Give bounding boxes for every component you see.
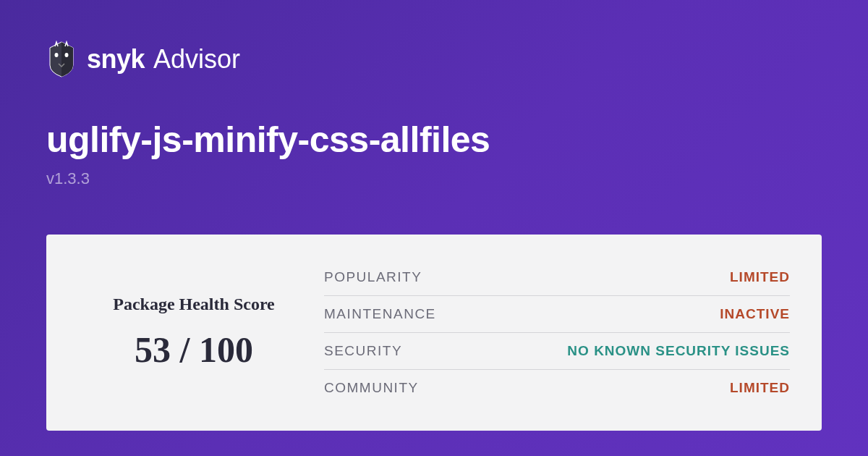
brand-header: snyk Advisor bbox=[46, 41, 822, 78]
package-version: v1.3.3 bbox=[46, 169, 822, 188]
metric-label: POPULARITY bbox=[324, 269, 422, 285]
metrics-list: POPULARITY LIMITED MAINTENANCE INACTIVE … bbox=[324, 259, 790, 406]
score-value: 53 / 100 bbox=[135, 329, 253, 371]
svg-point-1 bbox=[65, 53, 69, 57]
metric-label: COMMUNITY bbox=[324, 380, 419, 396]
metric-value: NO KNOWN SECURITY ISSUES bbox=[567, 343, 790, 359]
metric-row: POPULARITY LIMITED bbox=[324, 259, 790, 296]
brand-name: snyk bbox=[87, 44, 145, 75]
metric-label: MAINTENANCE bbox=[324, 306, 436, 322]
metric-row: SECURITY NO KNOWN SECURITY ISSUES bbox=[324, 333, 790, 370]
metric-value: INACTIVE bbox=[720, 306, 790, 322]
metric-value: LIMITED bbox=[730, 380, 790, 396]
package-name: uglify-js-minify-css-allfiles bbox=[46, 119, 822, 161]
metric-row: COMMUNITY LIMITED bbox=[324, 370, 790, 406]
svg-point-0 bbox=[55, 53, 59, 57]
snyk-logo-icon bbox=[46, 41, 77, 78]
score-title: Package Health Score bbox=[113, 295, 275, 314]
score-section: Package Health Score 53 / 100 bbox=[78, 259, 324, 406]
health-card: Package Health Score 53 / 100 POPULARITY… bbox=[46, 235, 822, 431]
brand-subtitle: Advisor bbox=[153, 44, 240, 75]
metric-label: SECURITY bbox=[324, 343, 402, 359]
metric-value: LIMITED bbox=[730, 269, 790, 285]
metric-row: MAINTENANCE INACTIVE bbox=[324, 296, 790, 333]
